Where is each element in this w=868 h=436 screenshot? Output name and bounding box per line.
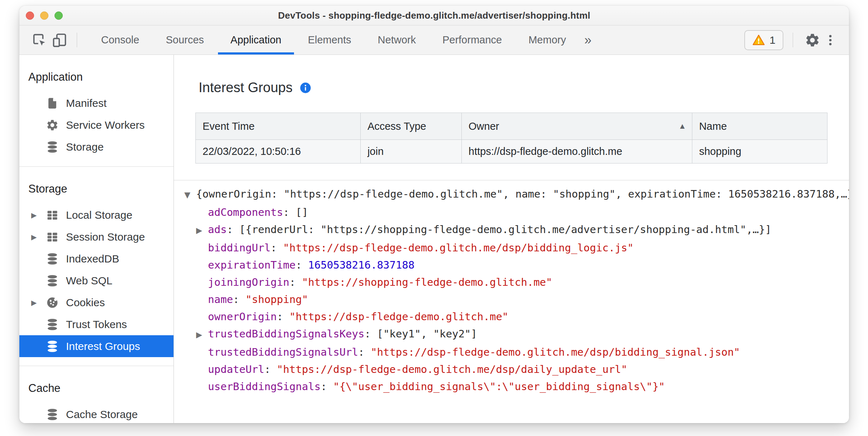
json-key: name	[208, 293, 233, 305]
json-key: userBiddingSignals	[208, 380, 321, 393]
traffic-lights	[26, 6, 63, 25]
sidebar-item-label: Trust Tokens	[66, 318, 127, 331]
json-key: ads	[208, 223, 227, 236]
sidebar-item-service-workers[interactable]: Service Workers	[19, 114, 174, 136]
sidebar-item-local-storage[interactable]: ▶Local Storage	[19, 204, 174, 226]
gear-icon	[805, 32, 820, 48]
column-header-label: Access Type	[367, 120, 426, 132]
chevron-right-icon[interactable]: ▶	[31, 233, 46, 241]
devtools-window: DevTools - shopping-fledge-demo.glitch.m…	[19, 6, 849, 423]
json-tree: ▼{ownerOrigin: "https://dsp-fledge-demo.…	[174, 180, 849, 423]
column-header-owner[interactable]: Owner▲	[461, 113, 692, 140]
json-line[interactable]: userBiddingSignals: "{\"user_bidding_sig…	[184, 378, 849, 395]
table-icon	[46, 209, 59, 222]
titlebar: DevTools - shopping-fledge-demo.glitch.m…	[19, 6, 849, 25]
sidebar-item-manifest[interactable]: Manifest	[19, 92, 174, 114]
more-options-button[interactable]	[822, 25, 838, 54]
json-string: "{\"user_bidding_signals\":\"user_biddin…	[333, 380, 665, 393]
json-string: "https://dsp-fledge-demo.glitch.me"	[289, 311, 508, 323]
json-plain: : ["key1", "key2"]	[365, 328, 477, 340]
json-string: "https://shopping-fledge-demo.glitch.me"	[302, 276, 552, 288]
json-line[interactable]: ▶ads: [{renderUrl: "https://shopping-fle…	[184, 221, 849, 239]
interest-groups-panel: Interest Groups Event TimeAccess TypeOwn…	[174, 55, 849, 423]
column-header-content: Owner▲	[469, 120, 692, 132]
tab-memory[interactable]: Memory	[515, 25, 579, 54]
json-line[interactable]: biddingUrl: "https://dsp-fledge-demo.gli…	[184, 239, 849, 256]
database-icon	[46, 340, 59, 353]
json-line[interactable]: expirationTime: 1650538216.837188	[184, 256, 849, 274]
json-plain: :	[289, 276, 302, 288]
json-line[interactable]: joiningOrigin: "https://shopping-fledge-…	[184, 274, 849, 291]
column-header-name[interactable]: Name	[692, 113, 827, 140]
json-line[interactable]: ownerOrigin: "https://dsp-fledge-demo.gl…	[184, 308, 849, 325]
json-key: trustedBiddingSignalsUrl	[208, 346, 358, 358]
json-line[interactable]: trustedBiddingSignalsUrl: "https://dsp-f…	[184, 343, 849, 361]
json-key: ownerOrigin	[208, 311, 277, 323]
json-line[interactable]: name: "shopping"	[184, 291, 849, 308]
more-tabs-button[interactable]: »	[579, 25, 597, 54]
gear-icon	[46, 119, 59, 132]
json-plain: :	[295, 259, 308, 271]
sidebar-section-title: Application	[19, 55, 174, 92]
sidebar-item-label: Web SQL	[66, 275, 113, 287]
sidebar-section-cache: CacheCache Storage	[19, 366, 174, 423]
zoom-window-button[interactable]	[54, 11, 63, 20]
column-header-access-type[interactable]: Access Type	[360, 113, 461, 140]
triangle-down-icon[interactable]: ▼	[184, 186, 196, 204]
json-key: adComponents	[208, 206, 283, 218]
toggle-device-toolbar-button[interactable]	[49, 25, 70, 54]
minimize-window-button[interactable]	[40, 11, 48, 20]
json-plain: :	[264, 363, 277, 375]
toolbar-divider	[793, 33, 793, 47]
settings-button[interactable]	[802, 25, 822, 54]
tab-elements[interactable]: Elements	[295, 25, 365, 54]
sidebar-item-label: Storage	[66, 141, 104, 153]
triangle-right-icon[interactable]: ▶	[196, 326, 208, 343]
chevron-right-icon[interactable]: ▶	[31, 298, 46, 307]
close-window-button[interactable]	[26, 11, 34, 20]
database-icon	[46, 318, 59, 331]
json-line[interactable]: ▶trustedBiddingSignalsKeys: ["key1", "ke…	[184, 325, 849, 343]
inspect-element-button[interactable]	[29, 25, 49, 54]
json-key: biddingUrl	[208, 242, 271, 254]
device-toolbar-icon	[52, 32, 67, 48]
issues-count: 1	[769, 34, 775, 46]
sidebar-item-cache-storage[interactable]: Cache Storage	[19, 403, 174, 423]
json-line[interactable]: updateUrl: "https://dsp-fledge-demo.glit…	[184, 361, 849, 378]
panel-header: Interest Groups	[174, 55, 849, 95]
json-number: 1650538216.837188	[308, 259, 414, 271]
table-icon	[46, 231, 59, 243]
column-header-label: Event Time	[203, 120, 255, 132]
sidebar-item-session-storage[interactable]: ▶Session Storage	[19, 226, 174, 248]
json-line[interactable]: ▼{ownerOrigin: "https://dsp-fledge-demo.…	[184, 185, 849, 204]
devtools-toolbar: ConsoleSourcesApplicationElementsNetwork…	[19, 25, 849, 55]
sidebar-item-interest-groups[interactable]: Interest Groups	[19, 335, 174, 357]
json-line[interactable]: adComponents: []	[184, 204, 849, 221]
tab-performance[interactable]: Performance	[429, 25, 515, 54]
database-icon	[46, 408, 59, 421]
chevron-right-icon[interactable]: ▶	[31, 211, 46, 219]
tab-sources[interactable]: Sources	[152, 25, 217, 54]
issues-counter-button[interactable]: 1	[744, 30, 783, 50]
json-plain: :	[271, 242, 283, 254]
info-icon[interactable]	[300, 82, 311, 94]
cell-owner: https://dsp-fledge-demo.glitch.me	[461, 140, 692, 164]
json-string: "https://dsp-fledge-demo.glitch.me/dsp/b…	[371, 346, 740, 358]
sidebar-item-trust-tokens[interactable]: Trust Tokens	[19, 313, 174, 335]
sidebar-section-storage: Storage▶Local Storage▶Session StorageInd…	[19, 167, 174, 357]
column-header-event-time[interactable]: Event Time	[196, 113, 361, 140]
table-row[interactable]: 22/03/2022, 10:50:16joinhttps://dsp-fled…	[196, 140, 827, 164]
sidebar-section-title: Storage	[19, 167, 174, 204]
sidebar-item-storage[interactable]: Storage	[19, 136, 174, 158]
sidebar-item-indexeddb[interactable]: IndexedDB	[19, 248, 174, 270]
sidebar-item-web-sql[interactable]: Web SQL	[19, 270, 174, 292]
triangle-right-icon[interactable]: ▶	[196, 222, 208, 239]
sidebar-item-cookies[interactable]: ▶Cookies	[19, 292, 174, 313]
tab-console[interactable]: Console	[88, 25, 152, 54]
tab-application[interactable]: Application	[217, 25, 295, 54]
cell-name: shopping	[692, 140, 827, 164]
column-header-label: Name	[699, 120, 727, 132]
tab-network[interactable]: Network	[365, 25, 429, 54]
cell-access-type: join	[360, 140, 461, 164]
sidebar-item-label: Interest Groups	[66, 340, 140, 352]
